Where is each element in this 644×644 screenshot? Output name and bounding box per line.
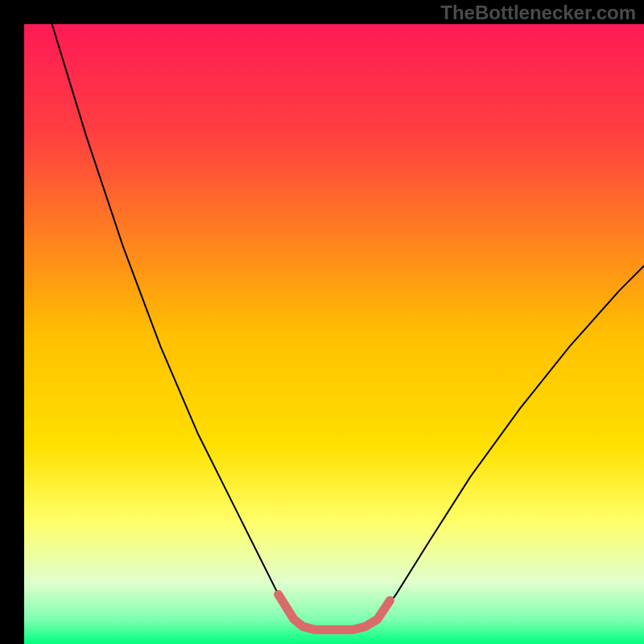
bottleneck-chart: TheBottlenecker.com (0, 0, 644, 644)
gradient-background (24, 24, 644, 644)
chart-svg (0, 0, 644, 644)
watermark-text: TheBottlenecker.com (440, 2, 636, 24)
